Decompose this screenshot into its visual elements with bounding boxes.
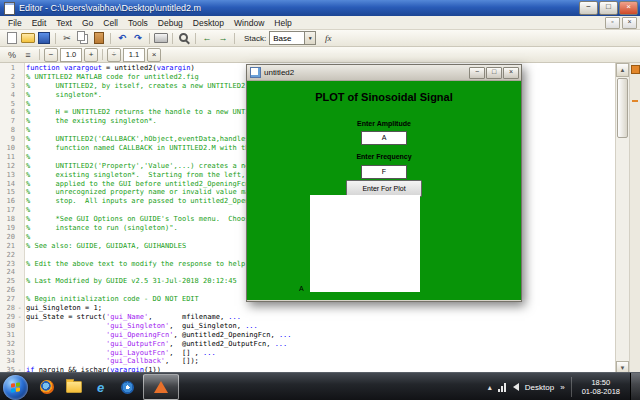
figure-titlebar[interactable]: untitled2 − □ × xyxy=(247,65,521,81)
code-text[interactable]: % xyxy=(24,100,30,109)
breakpoint-margin[interactable] xyxy=(15,251,24,260)
breakpoint-margin[interactable] xyxy=(15,82,24,91)
code-text[interactable]: % See also: GUIDE, GUIDATA, GUIHANDLES xyxy=(24,242,186,251)
breakpoint-margin[interactable] xyxy=(15,108,24,117)
line-number[interactable]: 11 xyxy=(0,153,15,162)
breakpoint-margin[interactable] xyxy=(15,349,24,358)
new-file-icon[interactable] xyxy=(5,31,19,45)
code-text[interactable]: % instance to run (singleton)". xyxy=(24,224,178,233)
code-text[interactable]: % xyxy=(24,153,30,162)
undo-icon[interactable]: ↶ xyxy=(115,31,129,45)
line-number[interactable]: 14 xyxy=(0,180,15,189)
maximize-button[interactable]: □ xyxy=(599,1,618,15)
undock-icon[interactable]: ▫ xyxy=(605,17,620,29)
line-number[interactable]: 27 xyxy=(0,295,15,304)
breakpoint-margin[interactable] xyxy=(15,100,24,109)
document-close-icon[interactable]: × xyxy=(622,17,637,29)
menu-window[interactable]: Window xyxy=(229,18,269,28)
menu-go[interactable]: Go xyxy=(77,18,98,28)
line-number[interactable]: 10 xyxy=(0,144,15,153)
breakpoint-margin[interactable] xyxy=(15,117,24,126)
forward-icon[interactable]: → xyxy=(216,31,230,45)
figure-close-button[interactable]: × xyxy=(503,67,519,79)
breakpoint-margin[interactable] xyxy=(15,286,24,295)
line-number[interactable]: 15 xyxy=(0,188,15,197)
breakpoint-margin[interactable] xyxy=(15,144,24,153)
breakpoint-margin[interactable] xyxy=(15,126,24,135)
analyzer-status-icon[interactable] xyxy=(631,65,640,74)
volume-icon[interactable] xyxy=(513,383,519,391)
line-number[interactable]: 22 xyxy=(0,251,15,260)
code-text[interactable]: % Last Modified by GUIDE v2.5 31-Jul-201… xyxy=(24,277,237,286)
back-icon[interactable]: ← xyxy=(200,31,214,45)
line-number[interactable]: 26 xyxy=(0,286,15,295)
decrement-button[interactable]: − xyxy=(44,48,58,62)
frequency-input[interactable]: F xyxy=(361,165,407,179)
menu-file[interactable]: File xyxy=(3,18,27,28)
breakpoint-margin[interactable] xyxy=(15,260,24,269)
divide-button[interactable]: ÷ xyxy=(107,48,121,62)
line-number[interactable]: 12 xyxy=(0,162,15,171)
breakpoint-margin[interactable] xyxy=(15,268,24,277)
line-number[interactable]: 16 xyxy=(0,197,15,206)
open-file-icon[interactable] xyxy=(21,31,35,45)
line-number[interactable]: 23 xyxy=(0,260,15,269)
desktop-toolbar-label[interactable]: Desktop xyxy=(525,383,554,392)
breakpoint-margin[interactable] xyxy=(15,73,24,82)
breakpoint-margin[interactable] xyxy=(15,197,24,206)
figure-minimize-button[interactable]: − xyxy=(469,67,485,79)
scrollbar-thumb[interactable] xyxy=(617,78,628,138)
find-icon[interactable] xyxy=(177,31,191,45)
breakpoint-margin[interactable] xyxy=(15,233,24,242)
analyzer-marker[interactable] xyxy=(632,100,638,102)
breakpoint-margin[interactable] xyxy=(15,215,24,224)
code-text[interactable] xyxy=(24,268,26,277)
evaluate-cell-icon[interactable]: ≡ xyxy=(21,48,35,62)
code-text[interactable]: 'gui_LayoutFcn', [] , ... xyxy=(24,349,216,358)
breakpoint-margin[interactable] xyxy=(15,135,24,144)
breakpoint-margin[interactable] xyxy=(15,206,24,215)
scroll-up-icon[interactable]: ▲ xyxy=(616,63,629,77)
breakpoint-margin[interactable] xyxy=(15,171,24,180)
breakpoint-margin[interactable] xyxy=(15,64,24,73)
breakpoint-margin[interactable] xyxy=(15,224,24,233)
line-number[interactable]: 1 xyxy=(0,64,15,73)
line-number[interactable]: 34 xyxy=(0,357,15,366)
code-text[interactable]: 'gui_Callback', []); xyxy=(24,357,199,366)
factor-value-field[interactable]: 1.1 xyxy=(123,48,145,62)
redo-icon[interactable]: ↷ xyxy=(131,31,145,45)
line-number[interactable]: 19 xyxy=(0,224,15,233)
function-browser-icon[interactable]: fx xyxy=(321,31,335,45)
breakpoint-margin[interactable] xyxy=(15,322,24,331)
line-number[interactable]: 3 xyxy=(0,82,15,91)
save-icon[interactable] xyxy=(37,31,51,45)
step-value-field[interactable]: 1.0 xyxy=(60,48,82,62)
code-text[interactable]: % singleton*. xyxy=(24,91,102,100)
amplitude-input[interactable]: A xyxy=(361,131,407,145)
code-text[interactable]: % xyxy=(24,206,30,215)
line-number[interactable]: 8 xyxy=(0,126,15,135)
code-line[interactable]: 30 'gui_Singleton', gui_Singleton, ... xyxy=(0,322,615,331)
explorer-icon-slot[interactable] xyxy=(60,374,87,400)
breakpoint-margin[interactable] xyxy=(15,162,24,171)
copy-icon[interactable] xyxy=(76,31,90,45)
desktop-toolbar-chevron[interactable]: » xyxy=(560,383,564,392)
code-text[interactable]: % Begin initialization code - DO NOT EDI… xyxy=(24,295,199,304)
line-number[interactable]: 30 xyxy=(0,322,15,331)
code-text[interactable]: gui_State = struct('gui_Name', mfilename… xyxy=(24,313,241,322)
line-number[interactable]: 32 xyxy=(0,340,15,349)
breakpoint-margin[interactable]: - xyxy=(15,304,24,313)
line-number[interactable]: 4 xyxy=(0,91,15,100)
breakpoint-margin[interactable] xyxy=(15,242,24,251)
code-text[interactable]: % xyxy=(24,126,30,135)
code-text[interactable]: gui_Singleton = 1; xyxy=(24,304,102,313)
code-text[interactable] xyxy=(24,286,26,295)
code-text[interactable]: % xyxy=(24,233,30,242)
line-number[interactable]: 21 xyxy=(0,242,15,251)
close-button[interactable]: × xyxy=(619,1,638,15)
menu-desktop[interactable]: Desktop xyxy=(188,18,229,28)
paste-icon[interactable] xyxy=(92,31,106,45)
line-number[interactable]: 7 xyxy=(0,117,15,126)
breakpoint-margin[interactable] xyxy=(15,153,24,162)
minimize-button[interactable]: − xyxy=(579,1,598,15)
